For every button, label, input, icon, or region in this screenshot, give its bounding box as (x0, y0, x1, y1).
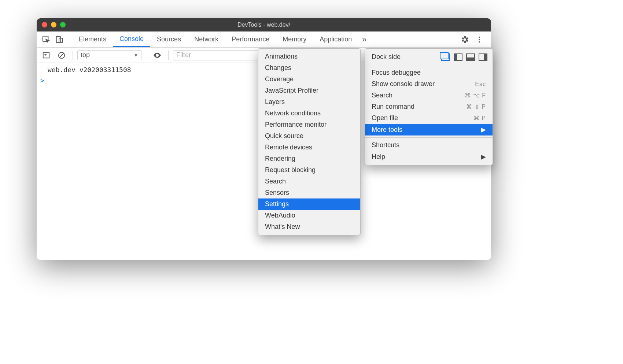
tab-console[interactable]: Console (113, 31, 150, 47)
live-expression-eye-icon[interactable] (151, 49, 163, 61)
svg-line-8 (60, 53, 64, 57)
menu-item-more-tools[interactable]: More tools▶ (365, 124, 493, 135)
devtools-window: DevTools - web.dev/ ElementsConsoleSourc… (37, 18, 491, 260)
submenu-item-quick-source[interactable]: Quick source (258, 130, 360, 142)
tab-application[interactable]: Application (313, 31, 358, 47)
menu-separator (365, 137, 493, 138)
device-toolbar-icon[interactable] (54, 34, 65, 45)
dock-bottom-icon[interactable] (466, 53, 475, 61)
close-window-button[interactable] (42, 22, 47, 27)
separator (168, 51, 169, 60)
svg-point-5 (479, 41, 480, 42)
devtools-tabbar: ElementsConsoleSourcesNetworkPerformance… (37, 31, 491, 48)
kebab-menu-icon[interactable] (473, 34, 485, 45)
submenu-item-search[interactable]: Search (258, 176, 360, 187)
submenu-arrow-icon: ▶ (481, 153, 486, 161)
devtools-main-menu: Dock side Focus debuggeeShow console dra… (365, 48, 493, 165)
dock-side-label: Dock side (372, 53, 401, 61)
dock-right-icon[interactable] (479, 53, 487, 61)
dock-undock-icon[interactable] (441, 53, 450, 61)
window-titlebar: DevTools - web.dev/ (37, 18, 491, 31)
submenu-item-javascript-profiler[interactable]: JavaScript Profiler (258, 85, 360, 96)
menu-item-shortcuts[interactable]: Shortcuts (365, 140, 493, 151)
inspect-element-icon[interactable] (40, 34, 52, 45)
menu-item-focus-debuggee[interactable]: Focus debuggee (365, 67, 493, 78)
submenu-item-what-s-new[interactable]: What's New (258, 221, 360, 233)
submenu-item-layers[interactable]: Layers (258, 96, 360, 108)
submenu-item-webaudio[interactable]: WebAudio (258, 210, 360, 221)
execution-context-value: top (81, 51, 90, 59)
svg-rect-1 (56, 36, 60, 42)
window-title: DevTools - web.dev/ (237, 22, 290, 28)
dock-side-row: Dock side (365, 51, 493, 63)
clear-console-icon[interactable] (56, 49, 67, 61)
submenu-item-network-conditions[interactable]: Network conditions (258, 108, 360, 119)
tab-memory[interactable]: Memory (276, 31, 313, 47)
tab-sources[interactable]: Sources (150, 31, 188, 47)
menu-item-open-file[interactable]: Open file⌘ P (365, 112, 493, 124)
submenu-arrow-icon: ▶ (481, 126, 486, 134)
svg-point-3 (479, 36, 480, 38)
svg-rect-6 (43, 52, 49, 58)
svg-point-4 (479, 39, 480, 40)
submenu-item-request-blocking[interactable]: Request blocking (258, 164, 360, 176)
submenu-item-remote-devices[interactable]: Remote devices (258, 142, 360, 153)
separator (69, 35, 69, 44)
submenu-item-coverage[interactable]: Coverage (258, 74, 360, 85)
menu-separator (365, 65, 493, 65)
more-tools-submenu: AnimationsChangesCoverageJavaScript Prof… (258, 48, 361, 235)
tab-network[interactable]: Network (188, 31, 225, 47)
execution-context-select[interactable]: top ▼ (77, 50, 141, 60)
settings-gear-icon[interactable] (459, 34, 471, 45)
dock-left-icon[interactable] (454, 53, 462, 61)
submenu-item-animations[interactable]: Animations (258, 51, 360, 62)
chevron-down-icon: ▼ (134, 53, 138, 58)
tabs-overflow-icon[interactable]: » (359, 34, 369, 45)
traffic-lights (42, 22, 66, 27)
menu-item-run-command[interactable]: Run command⌘ ⇧ P (365, 101, 493, 112)
console-sidebar-toggle-icon[interactable] (40, 49, 52, 61)
menu-item-help[interactable]: Help▶ (365, 151, 493, 163)
separator (146, 51, 146, 60)
menu-item-search[interactable]: Search⌘ ⌥ F (365, 90, 493, 101)
tab-performance[interactable]: Performance (225, 31, 276, 47)
submenu-item-rendering[interactable]: Rendering (258, 153, 360, 164)
separator (73, 51, 73, 60)
menu-item-show-console-drawer[interactable]: Show console drawerEsc (365, 78, 493, 90)
tab-elements[interactable]: Elements (72, 31, 113, 47)
submenu-item-sensors[interactable]: Sensors (258, 187, 360, 198)
submenu-item-settings[interactable]: Settings (258, 198, 360, 210)
submenu-item-changes[interactable]: Changes (258, 62, 360, 74)
zoom-window-button[interactable] (60, 22, 66, 27)
minimize-window-button[interactable] (51, 22, 56, 27)
submenu-item-performance-monitor[interactable]: Performance monitor (258, 119, 360, 130)
